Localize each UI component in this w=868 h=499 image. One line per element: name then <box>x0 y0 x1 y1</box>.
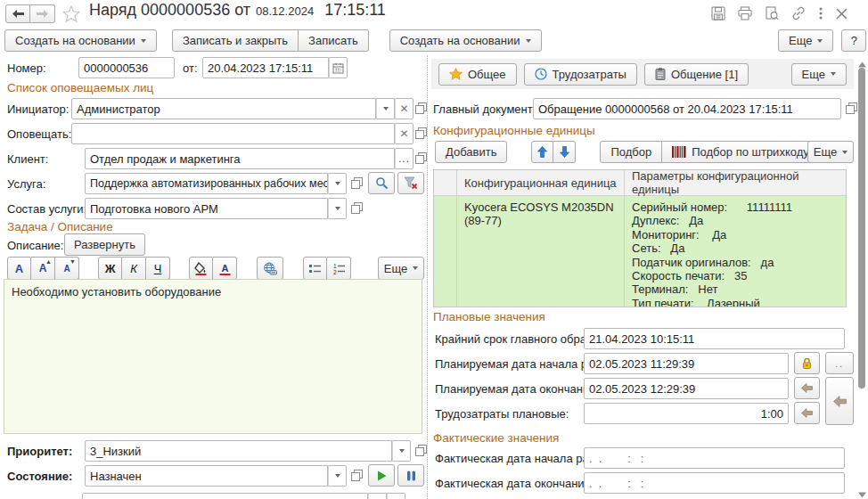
close-icon[interactable] <box>836 8 848 20</box>
service-field[interactable]: Поддержка автоматизированных рабочих мес… <box>85 173 347 194</box>
clear-filter-button[interactable] <box>397 172 424 194</box>
back-button[interactable] <box>5 4 30 23</box>
tab-general[interactable]: Общее <box>438 63 517 86</box>
help-button[interactable]: ? <box>841 29 866 52</box>
hyperlink-button[interactable] <box>257 257 283 280</box>
table-row[interactable]: Kyocera ECOSYS M2035DN (89-77) Серийный … <box>434 196 846 307</box>
priority-field[interactable]: 3_Низкий <box>85 440 411 462</box>
fact-start-field[interactable]: . . : : <box>584 447 845 469</box>
expand-button[interactable]: Развернуть <box>64 233 145 256</box>
favorite-star-icon[interactable] <box>62 5 80 26</box>
dropdown-icon[interactable] <box>392 440 411 462</box>
panel-splitter[interactable] <box>427 55 428 499</box>
save-icon[interactable] <box>711 6 725 20</box>
tab-labor[interactable]: Трудозатраты <box>524 63 637 86</box>
link-icon[interactable] <box>791 6 806 20</box>
preview-icon[interactable] <box>765 6 779 20</box>
scrollbar-thumb[interactable] <box>858 68 865 389</box>
pick-barcode-button[interactable]: Подбор по штрихкоду <box>662 141 820 163</box>
config-toolbar: Добавить Подбор Подбор по штрихкоду <box>435 141 820 163</box>
title-time: 17:15:11 <box>324 1 386 20</box>
work-order-window: Наряд 0000000536 от 08.12.2024 17:15:11 … <box>0 0 868 499</box>
lock-date-button[interactable] <box>794 352 820 374</box>
nav-history <box>5 4 55 23</box>
dropdown-icon[interactable] <box>328 465 347 487</box>
main-doc-label: Главный документ: <box>433 102 536 116</box>
section-plan-values: Плановые значения <box>433 310 545 323</box>
bullet-list-button[interactable] <box>303 257 327 280</box>
more-button-top[interactable]: Еще <box>778 29 833 52</box>
col-header-unit[interactable]: Конфигурационная единица <box>457 170 625 195</box>
notify-field[interactable]: ✕ <box>71 123 414 144</box>
choose-dots-icon[interactable]: ... <box>395 148 414 169</box>
dropdown-icon[interactable] <box>376 98 395 119</box>
clear-icon[interactable]: ✕ <box>395 123 414 144</box>
numbered-list-button[interactable]: 12 <box>327 257 351 280</box>
dropdown-icon[interactable] <box>368 493 387 499</box>
main-doc-field[interactable]: Обращение 0000000568 от 20.04.2023 17:15… <box>533 98 841 119</box>
dropdown-icon[interactable] <box>328 198 347 219</box>
create-based-on-right-button[interactable]: Создать на основании <box>389 29 542 52</box>
move-up-button[interactable] <box>531 141 553 163</box>
client-field[interactable]: Отдел продаж и маркетинга ... <box>85 148 414 169</box>
font-button[interactable]: А <box>7 257 31 280</box>
clear-icon[interactable] <box>387 493 405 499</box>
forward-button[interactable] <box>30 4 55 23</box>
underline-button[interactable]: Ч <box>146 257 170 280</box>
clock-icon <box>535 68 547 80</box>
copy-labor-button[interactable] <box>794 402 820 424</box>
italic-button[interactable]: К <box>122 257 146 280</box>
menu-kebab-icon[interactable] <box>818 6 823 20</box>
pause-icon <box>406 470 416 481</box>
scroll-down-icon[interactable] <box>858 486 866 499</box>
font-size-up-button[interactable]: А▲ <box>31 257 55 280</box>
state-field[interactable]: Назначен <box>85 465 347 487</box>
bottom-partial-field[interactable] <box>82 493 405 499</box>
initiator-field[interactable]: Администратор ✕ <box>71 98 414 119</box>
fact-end-field[interactable]: . . : : <box>584 472 845 494</box>
date-field[interactable]: 20.04.2023 17:15:11 <box>202 57 348 78</box>
arrow-down-icon <box>560 146 569 158</box>
calendar-icon[interactable] <box>329 57 348 78</box>
play-icon <box>377 470 387 481</box>
open-icon[interactable] <box>349 470 364 481</box>
create-based-on-button[interactable]: Создать на основании <box>4 29 157 52</box>
open-icon[interactable] <box>349 177 364 189</box>
open-icon[interactable] <box>349 202 364 214</box>
service-parts-field[interactable]: Подготовка нового АРМ <box>85 198 347 219</box>
move-down-button[interactable] <box>553 141 576 163</box>
add-button[interactable]: Добавить <box>435 141 507 163</box>
plan-deadline-field[interactable]: 21.04.2023 10:15:11 <box>584 328 845 349</box>
save-button[interactable]: Записать <box>299 29 369 52</box>
tab-communication[interactable]: Общение [1] <box>644 63 749 86</box>
config-more-button[interactable]: Еще <box>807 141 854 163</box>
plan-end-field[interactable]: 02.05.2023 12:29:39 <box>584 378 789 399</box>
tabs-more-button[interactable]: Еще <box>791 63 847 86</box>
pick-button[interactable]: Подбор <box>600 141 662 163</box>
plan-start-field[interactable]: 02.05.2023 11:29:39 <box>584 353 789 374</box>
dots-button[interactable]: .. <box>825 352 854 374</box>
search-service-button[interactable] <box>368 172 395 194</box>
number-field[interactable]: 0000000536 <box>78 57 175 78</box>
col-header-params[interactable]: Параметры конфигурационной единицы <box>625 170 846 195</box>
start-button[interactable] <box>368 464 395 487</box>
paint-bucket-icon <box>194 262 208 275</box>
save-and-close-button[interactable]: Записать и закрыть <box>172 29 299 52</box>
format-more-button[interactable]: Еще <box>378 257 424 280</box>
config-units-table[interactable]: Конфигурационная единица Параметры конфи… <box>433 169 847 307</box>
copy-end-date-button[interactable] <box>794 377 820 399</box>
description-textarea[interactable]: Необходимо установить оборудование <box>4 279 422 434</box>
text-color-button[interactable]: А <box>213 257 237 280</box>
bold-button[interactable]: Ж <box>98 257 122 280</box>
clear-icon[interactable]: ✕ <box>395 98 414 119</box>
copy-all-button[interactable] <box>825 377 854 425</box>
fill-color-button[interactable] <box>189 257 213 280</box>
plan-labor-field[interactable]: 1:00 <box>584 403 789 424</box>
pause-button[interactable] <box>397 464 424 487</box>
dropdown-icon[interactable] <box>328 173 347 194</box>
star-icon <box>449 68 463 80</box>
print-icon[interactable] <box>738 6 752 20</box>
globe-link-icon <box>263 262 277 275</box>
vertical-scrollbar[interactable] <box>856 53 868 499</box>
font-size-down-button[interactable]: А▼ <box>55 257 79 280</box>
